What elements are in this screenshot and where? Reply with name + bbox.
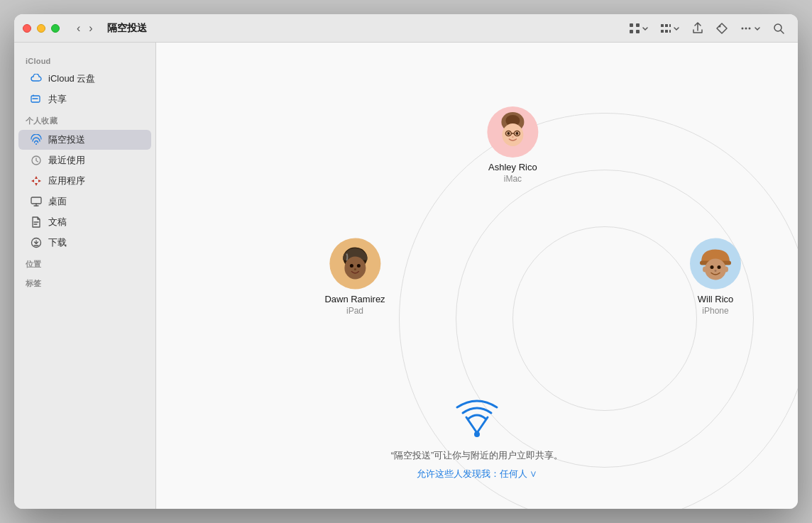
titlebar: ‹ › 隔空投送 — [14, 14, 798, 43]
locations-section-label: 位置 — [14, 253, 155, 272]
sidebar-item-airdrop[interactable]: 隔空投送 — [18, 130, 151, 150]
device-dawn-ramirez[interactable]: Dawn Ramirez iPad — [324, 238, 385, 316]
main-content: iCloud iCloud 云盘 共享 — [14, 43, 798, 509]
airdrop-label: 隔空投送 — [48, 133, 85, 146]
sidebar-item-icloud-drive[interactable]: iCloud 云盘 — [18, 69, 151, 89]
svg-rect-2 — [630, 30, 633, 33]
svg-point-11 — [742, 27, 744, 29]
toolbar-icons — [625, 19, 789, 38]
airdrop-status-text: “隔空投送”可让你与附近的用户立即共享。 — [391, 449, 564, 462]
airdrop-main-area: Ashley Rico iMac — [156, 43, 798, 509]
svg-point-38 — [715, 270, 717, 272]
svg-point-41 — [474, 431, 480, 437]
documents-icon — [30, 216, 43, 229]
will-rico-name: Will Rico — [698, 294, 734, 304]
svg-point-26 — [507, 132, 510, 135]
share-button[interactable] — [687, 19, 708, 38]
svg-point-16 — [35, 143, 37, 145]
desktop-label: 桌面 — [48, 195, 67, 208]
personal-section-label: 个人收藏 — [14, 110, 155, 129]
svg-point-32 — [357, 264, 361, 268]
dawn-ramirez-avatar — [329, 238, 380, 290]
sidebar-item-recent[interactable]: 最近使用 — [18, 150, 151, 170]
back-button[interactable]: ‹ — [74, 21, 83, 35]
downloads-label: 下载 — [48, 236, 67, 249]
documents-label: 文稿 — [48, 216, 67, 229]
icloud-drive-label: iCloud 云盘 — [48, 72, 95, 85]
sidebar: iCloud iCloud 云盘 共享 — [14, 43, 156, 509]
svg-point-22 — [502, 123, 523, 146]
more-button[interactable] — [735, 19, 765, 38]
svg-point-36 — [710, 265, 714, 269]
svg-rect-4 — [661, 24, 664, 27]
svg-rect-6 — [661, 30, 664, 33]
svg-rect-18 — [31, 197, 41, 204]
dawn-ramirez-name: Dawn Ramirez — [324, 294, 385, 304]
recent-icon — [30, 154, 43, 167]
minimize-button[interactable] — [37, 24, 45, 33]
icon-view-button[interactable] — [625, 20, 653, 37]
ashley-rico-avatar — [487, 106, 538, 158]
device-ashley-rico[interactable]: Ashley Rico iMac — [487, 106, 538, 184]
ashley-rico-device: iMac — [504, 174, 522, 184]
will-rico-avatar — [690, 238, 741, 290]
svg-point-28 — [512, 136, 513, 138]
discover-chevron-icon: ∨ — [530, 468, 537, 479]
svg-point-33 — [354, 268, 356, 270]
dawn-ramirez-device: iPad — [346, 306, 363, 316]
sidebar-item-apps[interactable]: 应用程序 — [18, 171, 151, 191]
svg-point-30 — [344, 257, 366, 280]
svg-point-10 — [719, 25, 721, 27]
svg-point-13 — [749, 27, 751, 29]
airdrop-icon — [30, 133, 43, 146]
sidebar-item-documents[interactable]: 文稿 — [18, 212, 151, 232]
will-rico-device: iPhone — [702, 306, 728, 316]
recent-label: 最近使用 — [48, 154, 85, 167]
svg-rect-1 — [636, 23, 640, 27]
finder-window: ‹ › 隔空投送 — [14, 14, 798, 509]
sidebar-item-downloads[interactable]: 下载 — [18, 233, 151, 253]
svg-point-37 — [718, 265, 721, 269]
svg-rect-0 — [630, 23, 633, 27]
apps-label: 应用程序 — [48, 175, 85, 187]
sidebar-item-shared[interactable]: 共享 — [18, 89, 151, 109]
svg-rect-8 — [669, 24, 671, 27]
svg-point-27 — [515, 132, 518, 135]
desktop-icon — [30, 195, 43, 208]
list-view-button[interactable] — [656, 20, 684, 37]
close-button[interactable] — [23, 24, 31, 33]
sidebar-item-desktop[interactable]: 桌面 — [18, 192, 151, 211]
shared-label: 共享 — [48, 93, 67, 106]
svg-rect-7 — [665, 30, 668, 33]
svg-rect-3 — [636, 30, 640, 33]
maximize-button[interactable] — [51, 24, 60, 33]
icloud-drive-icon — [30, 72, 43, 85]
svg-point-31 — [350, 264, 353, 268]
tag-button[interactable] — [711, 19, 733, 38]
svg-rect-9 — [669, 30, 671, 33]
svg-point-39 — [703, 267, 707, 272]
icloud-section-label: iCloud — [14, 51, 155, 68]
device-will-rico[interactable]: Will Rico iPhone — [690, 238, 741, 316]
shared-icon — [30, 93, 43, 106]
tags-section-label: 标签 — [14, 272, 155, 292]
svg-rect-5 — [665, 24, 668, 27]
search-button[interactable] — [768, 19, 789, 38]
discover-link[interactable]: 允许这些人发现我：任何人 ∨ — [417, 468, 538, 480]
forward-button[interactable]: › — [86, 21, 95, 35]
svg-point-40 — [724, 267, 728, 272]
svg-point-35 — [705, 259, 726, 280]
ashley-rico-name: Ashley Rico — [488, 162, 537, 172]
apps-icon — [30, 175, 43, 187]
svg-point-12 — [745, 27, 747, 29]
downloads-icon — [30, 236, 43, 249]
window-title: 隔空投送 — [107, 22, 147, 35]
